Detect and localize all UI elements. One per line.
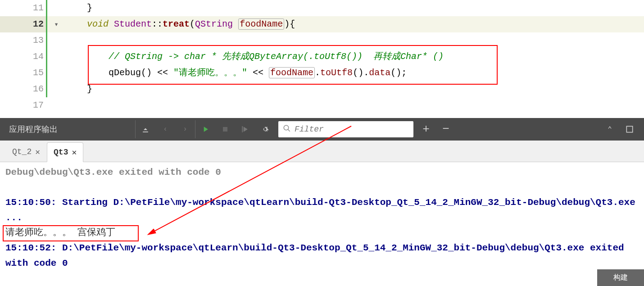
stop-icon[interactable] — [216, 120, 234, 138]
svg-rect-3 — [626, 126, 632, 132]
console-line — [5, 180, 639, 195]
console-line: 15:10:52: D:\PetFile\my-workspace\qtLear… — [5, 241, 639, 271]
line-number: 16 — [0, 81, 47, 97]
line-number: 13 — [0, 32, 47, 49]
output-toolbar: 应用程序输出 ‹ › + − ⌃ — [0, 118, 644, 141]
code-editor[interactable]: 11 } 12 ▾ void Student::treat(QString fo… — [0, 0, 644, 118]
line-number: 14 — [0, 49, 47, 65]
fold-marker[interactable]: ▾ — [47, 16, 65, 32]
code-text[interactable]: } — [65, 81, 644, 97]
console-output[interactable]: Debug\debug\Qt3.exe exited with code 0 1… — [0, 162, 644, 273]
code-text[interactable] — [65, 97, 644, 113]
console-line: Debug\debug\Qt3.exe exited with code 0 — [5, 165, 639, 180]
collapse-icon[interactable]: ⌃ — [601, 120, 619, 138]
fold-column — [47, 0, 65, 16]
build-button[interactable]: 构建 — [597, 269, 644, 286]
settings-icon[interactable] — [256, 120, 274, 138]
next-icon[interactable]: › — [176, 120, 194, 138]
line-number: 15 — [0, 65, 47, 81]
output-tabs: Qt_2 ✕ Qt3 ✕ — [0, 141, 644, 162]
attach-icon[interactable] — [236, 120, 254, 138]
filter-input[interactable] — [295, 125, 409, 134]
prev-icon[interactable]: ‹ — [156, 120, 174, 138]
svg-rect-0 — [223, 127, 227, 132]
close-icon[interactable]: ✕ — [72, 147, 77, 157]
panel-title: 应用程序输出 — [0, 124, 135, 135]
maximize-icon[interactable] — [621, 120, 639, 138]
line-number: 11 — [0, 0, 47, 16]
console-line: 15:10:50: Starting D:\PetFile\my-workspa… — [5, 195, 639, 225]
close-icon[interactable]: ✕ — [35, 147, 40, 157]
line-number: 17 — [0, 97, 47, 113]
filter-input-container — [278, 121, 413, 137]
line-number: 12 — [0, 16, 47, 32]
code-text[interactable]: } — [65, 0, 644, 16]
code-text[interactable]: qDebug() << "请老师吃。。。" << foodName.toUtf8… — [65, 65, 644, 81]
tab-qt3[interactable]: Qt3 ✕ — [47, 142, 83, 162]
brush-icon[interactable] — [136, 120, 154, 138]
run-icon[interactable] — [196, 120, 214, 138]
tab-qt2[interactable]: Qt_2 ✕ — [5, 142, 47, 162]
console-line: 请老师吃。。。 宫保鸡丁 — [5, 225, 639, 241]
code-text[interactable]: // QString -> char * 先转成QByteArray(.toUt… — [65, 49, 644, 65]
search-icon — [283, 124, 291, 135]
svg-line-2 — [288, 129, 290, 132]
svg-point-1 — [284, 125, 289, 130]
code-text[interactable] — [65, 32, 644, 49]
zoom-in-icon[interactable]: + — [417, 120, 435, 138]
code-text[interactable]: void Student::treat(QString foodName){ — [65, 16, 644, 32]
zoom-out-icon[interactable]: − — [437, 120, 455, 138]
